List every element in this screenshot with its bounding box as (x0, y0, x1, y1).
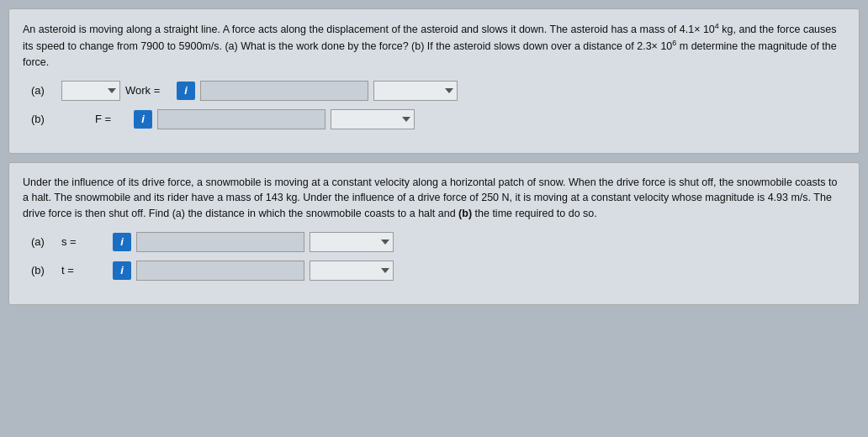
answer-row-1a: (a) Work = i (23, 81, 845, 101)
var-label-1b: F = (61, 113, 129, 125)
unit-dropdown-1a[interactable] (373, 81, 458, 101)
unit-dropdown-2b[interactable] (310, 261, 394, 281)
answer-input-1a[interactable] (200, 81, 368, 101)
unit-dropdown-2a[interactable] (310, 232, 394, 252)
info-button-2b[interactable]: i (113, 261, 131, 280)
answer-input-1b[interactable] (157, 109, 326, 129)
problem-text-1: An asteroid is moving along a straight l… (23, 21, 845, 71)
answer-row-1b: (b) F = i (23, 109, 845, 129)
info-button-2a[interactable]: i (113, 233, 131, 251)
part-label-2a: (a) (31, 235, 56, 248)
answer-input-2a[interactable] (136, 232, 304, 252)
var-label-2b: t = (61, 264, 108, 276)
info-button-1b[interactable]: i (134, 110, 152, 129)
answer-row-2b: (b) t = i (23, 261, 845, 281)
part-label-1a: (a) (31, 84, 56, 97)
unit-dropdown-1b[interactable] (331, 109, 415, 129)
card-snowmobile: Under the influence of its drive force, … (8, 162, 860, 305)
var-label-2a: s = (61, 235, 108, 248)
answer-input-2b[interactable] (136, 261, 304, 281)
problem-text-2: Under the influence of its drive force, … (23, 175, 845, 222)
var-label-1a: Work = (125, 84, 172, 97)
part-label-2b: (b) (31, 264, 56, 276)
card-asteroid: An asteroid is moving along a straight l… (8, 8, 860, 154)
answer-row-2a: (a) s = i (23, 232, 845, 252)
part-label-1b: (b) (31, 113, 56, 125)
prefix-dropdown-1a[interactable] (61, 81, 120, 101)
info-button-1a[interactable]: i (177, 82, 195, 100)
